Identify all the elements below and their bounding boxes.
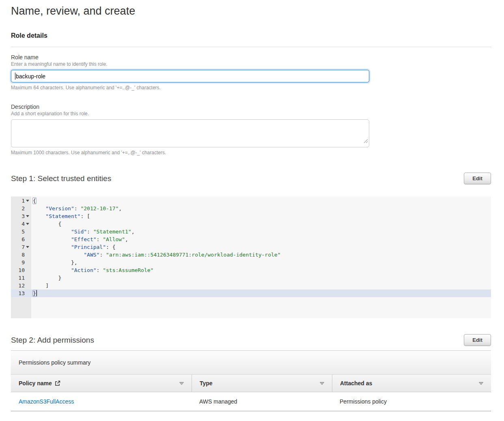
code-line-1[interactable]: 1{ (11, 197, 491, 205)
code-text: }, (31, 259, 491, 266)
gutter-line-5[interactable]: 5 (11, 228, 31, 235)
code-line-2[interactable]: 2 "Version": "2012-10-17", (11, 205, 491, 212)
policy-name-link[interactable]: AmazonS3FullAccess (19, 398, 74, 405)
code-line-4[interactable]: 4 { (11, 220, 491, 228)
line-number: 13 (18, 289, 25, 297)
gutter-line-11[interactable]: 11 (11, 274, 31, 282)
permissions-panel-title: Permissions policy summary (11, 351, 491, 375)
edit-trusted-entities-button[interactable]: Edit (464, 173, 491, 184)
gutter-line-10[interactable]: 10 (11, 266, 31, 274)
section-divider (11, 47, 491, 47)
fold-spacer (26, 238, 29, 240)
gutter-line-12[interactable]: 12 (11, 282, 31, 289)
fold-spacer (26, 292, 29, 294)
description-textarea-wrap (11, 119, 369, 147)
line-number: 2 (22, 205, 25, 212)
gutter-line-3[interactable]: 3 (11, 212, 31, 220)
line-number: 11 (18, 274, 25, 282)
code-text: } (31, 274, 491, 282)
page: Name, review, and create Role details Ro… (0, 5, 504, 411)
code-line-8[interactable]: 8 "AWS": "arn:aws:iam::541263489771:role… (11, 251, 491, 259)
line-number: 9 (22, 259, 25, 266)
role-details-heading: Role details (11, 32, 491, 39)
description-textarea[interactable] (11, 119, 369, 147)
fold-spacer (26, 269, 29, 271)
code-text: "Principal": { (31, 243, 491, 251)
code-line-7[interactable]: 7 "Principal": { (11, 243, 491, 251)
column-header-type[interactable]: Type (192, 375, 332, 392)
line-number: 8 (22, 251, 25, 259)
fold-spacer (26, 277, 29, 279)
editor-text-cursor (37, 290, 37, 296)
sort-filter-icon[interactable] (319, 380, 325, 386)
gutter-line-8[interactable]: 8 (11, 251, 31, 259)
description-help: Add a short explanation for this role. (11, 111, 491, 117)
permissions-panel: Permissions policy summary Policy name T (11, 350, 491, 411)
code-line-9[interactable]: 9 }, (11, 259, 491, 266)
description-constraint: Maximum 1000 characters. Use alphanumeri… (11, 150, 491, 155)
fold-spacer (26, 254, 29, 256)
code-line-10[interactable]: 10 "Action": "sts:AssumeRole" (11, 266, 491, 274)
gutter-line-9[interactable]: 9 (11, 259, 31, 266)
column-header-policy-name[interactable]: Policy name (11, 375, 192, 392)
role-name-input-wrap (11, 70, 369, 82)
column-label: Type (200, 380, 213, 386)
code-text: "Sid": "Statement1", (31, 228, 491, 235)
role-name-label: Role name (11, 54, 491, 60)
page-title: Name, review, and create (11, 5, 491, 17)
line-number: 5 (22, 228, 25, 235)
fold-toggle-icon[interactable] (26, 246, 29, 248)
line-number: 7 (22, 243, 25, 251)
gutter-line-7[interactable]: 7 (11, 243, 31, 251)
code-text: { (31, 220, 491, 228)
permissions-table-header: Policy name Type (11, 375, 491, 392)
description-label: Description (11, 104, 491, 110)
external-link-icon (55, 380, 60, 386)
step2-title: Step 2: Add permissions (11, 336, 94, 345)
role-name-input[interactable] (11, 70, 369, 82)
gutter-line-4[interactable]: 4 (11, 220, 31, 228)
sort-filter-icon[interactable] (179, 380, 184, 386)
trust-policy-editor-lines: 1{2 "Version": "2012-10-17",3 "Statement… (11, 196, 491, 297)
line-number: 6 (22, 235, 25, 243)
column-header-attached-as[interactable]: Attached as (332, 375, 491, 392)
fold-spacer (26, 261, 29, 263)
code-text: { (31, 197, 491, 205)
gutter-line-6[interactable]: 6 (11, 235, 31, 243)
code-line-13[interactable]: 13} (11, 289, 491, 297)
sort-filter-icon[interactable] (478, 380, 484, 386)
role-name-constraint: Maximum 64 characters. Use alphanumeric … (11, 85, 491, 91)
fold-toggle-icon[interactable] (26, 215, 29, 217)
trust-policy-editor[interactable]: 1{2 "Version": "2012-10-17",3 "Statement… (11, 196, 491, 318)
fold-toggle-icon[interactable] (26, 223, 29, 225)
step2-header: Step 2: Add permissions Edit (11, 334, 491, 346)
code-text: "Effect": "Allow", (31, 235, 491, 243)
code-text: "Version": "2012-10-17", (31, 205, 491, 212)
step1-title: Step 1: Select trusted entities (11, 174, 111, 183)
code-line-6[interactable]: 6 "Effect": "Allow", (11, 235, 491, 243)
code-line-11[interactable]: 11 } (11, 274, 491, 282)
code-line-3[interactable]: 3 "Statement": [ (11, 212, 491, 220)
line-number: 3 (22, 212, 25, 220)
fold-spacer (26, 231, 29, 233)
line-number: 12 (18, 282, 25, 289)
line-number: 4 (22, 220, 25, 228)
fold-spacer (26, 285, 29, 287)
cell-type: AWS managed (192, 398, 332, 405)
edit-permissions-button[interactable]: Edit (464, 334, 491, 346)
column-label: Policy name (19, 380, 52, 386)
code-text: } (31, 289, 491, 297)
code-text: "Statement": [ (31, 212, 491, 220)
code-line-5[interactable]: 5 "Sid": "Statement1", (11, 228, 491, 235)
text-caret (15, 73, 15, 80)
code-text: "AWS": "arn:aws:iam::541263489771:role/w… (31, 251, 491, 259)
column-label: Attached as (340, 380, 372, 386)
gutter-line-2[interactable]: 2 (11, 205, 31, 212)
gutter-line-13[interactable]: 13 (11, 289, 31, 297)
gutter-line-1[interactable]: 1 (11, 197, 31, 205)
step1-header: Step 1: Select trusted entities Edit (11, 173, 491, 184)
cell-attached-as: Permissions policy (332, 398, 491, 405)
code-line-12[interactable]: 12 ] (11, 282, 491, 289)
fold-toggle-icon[interactable] (26, 200, 29, 202)
cell-policy-name: AmazonS3FullAccess (11, 398, 192, 405)
